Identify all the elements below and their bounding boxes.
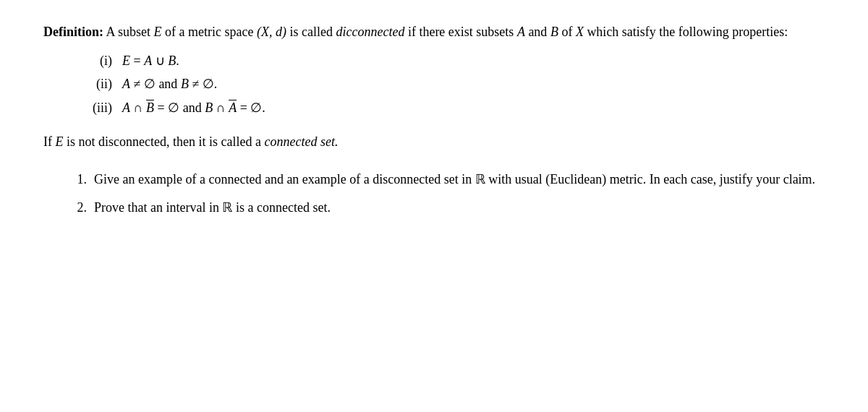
exercise-2-content: Prove that an interval in ℝ is a connect…: [94, 197, 825, 219]
property-i-label: (i): [72, 51, 112, 72]
exercise-1-number: 1.: [65, 169, 87, 190]
exercises-list: 1. Give an example of a connected and an…: [65, 169, 825, 219]
definition-block: Definition: A subset E of a metric space…: [43, 22, 825, 119]
definition-is-called: is called: [289, 25, 336, 39]
property-iii-content: A ∩ B = ∅ and B ∩ A = ∅.: [122, 98, 265, 119]
exercise-1-content: Give an example of a connected and an ex…: [94, 169, 825, 191]
metric-space: (X, d): [257, 25, 286, 39]
exercise-2-number: 2.: [65, 197, 87, 218]
exercise-2: 2. Prove that an interval in ℝ is a conn…: [65, 197, 825, 219]
property-i-content: E = A ∪ B.: [122, 51, 179, 72]
definition-and: and: [528, 25, 550, 39]
definition-text: Definition: A subset E of a metric space…: [43, 22, 825, 43]
connected-sentence: If E is not disconnected, then it is cal…: [43, 132, 825, 153]
definition-label: Definition:: [43, 25, 103, 39]
definition-of: of a metric space: [165, 25, 257, 39]
property-ii: (ii) A ≠ ∅ and B ≠ ∅.: [72, 74, 825, 95]
definition-which-satisfy: which satisfy the following properties:: [587, 25, 788, 39]
properties-list: (i) E = A ∪ B. (ii) A ≠ ∅ and B ≠ ∅. (ii…: [72, 51, 825, 119]
definition-intro: A subset: [106, 25, 154, 39]
variable-E: E: [154, 25, 162, 39]
variable-B: B: [550, 25, 558, 39]
term-connected-set: connected set.: [264, 134, 338, 149]
property-ii-label: (ii): [72, 74, 112, 95]
definition-if-there: if there exist subsets: [408, 25, 517, 39]
term-dicconnected: dicconnected: [336, 25, 404, 39]
exercise-1: 1. Give an example of a connected and an…: [65, 169, 825, 191]
variable-E-connected: E: [56, 134, 64, 149]
definition-of-X: of: [561, 25, 576, 39]
property-ii-content: A ≠ ∅ and B ≠ ∅.: [122, 74, 217, 95]
property-iii-label: (iii): [72, 98, 112, 119]
variable-X: X: [576, 25, 584, 39]
property-iii: (iii) A ∩ B = ∅ and B ∩ A = ∅.: [72, 98, 825, 119]
variable-A: A: [517, 25, 525, 39]
property-i: (i) E = A ∪ B.: [72, 51, 825, 72]
